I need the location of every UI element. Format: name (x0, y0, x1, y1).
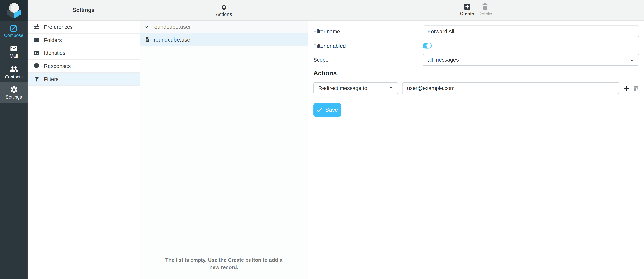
funnel-icon (33, 76, 40, 82)
action-type-select[interactable]: Redirect message to (313, 82, 398, 94)
id-card-icon (33, 49, 40, 56)
create-label: Create (460, 12, 474, 16)
settings-nav-column: Settings Preferences Folders (28, 0, 140, 279)
toggle-knob (426, 43, 431, 48)
compose-icon (10, 24, 18, 32)
task-item-settings[interactable]: Settings (0, 82, 28, 103)
mail-icon (10, 45, 18, 52)
folder-icon (33, 37, 40, 43)
save-button[interactable]: Save (313, 103, 341, 117)
app-logo[interactable] (0, 0, 28, 21)
task-item-label: Compose (4, 33, 24, 38)
delete-button[interactable]: Delete (476, 3, 494, 16)
filter-name-input[interactable] (422, 26, 639, 38)
settings-nav-header: Settings (28, 0, 140, 21)
filter-sets-header: Actions (140, 0, 308, 21)
action-row: Redirect message to (313, 82, 639, 94)
chevron-down-icon (144, 24, 150, 30)
filter-file-row[interactable]: roundcube.user (140, 33, 308, 46)
sliders-icon (33, 24, 40, 30)
nav-item-label: Folders (44, 37, 62, 43)
task-item-label: Settings (6, 95, 22, 99)
nav-item-responses[interactable]: Responses (28, 60, 140, 73)
updown-caret-icon (388, 86, 394, 91)
create-button[interactable]: Create (458, 3, 476, 16)
filter-set-label: roundcube.user (152, 24, 191, 30)
file-icon (145, 37, 150, 42)
plus-icon (623, 85, 630, 91)
trash-icon (482, 3, 489, 10)
nav-item-label: Filters (44, 76, 58, 82)
task-item-label: Contacts (5, 75, 23, 79)
action-type-value: Redirect message to (318, 85, 367, 91)
nav-item-identities[interactable]: Identities (28, 47, 140, 60)
roundcube-settings-window: Compose Mail Contacts (0, 0, 644, 279)
settings-nav-title: Settings (73, 7, 94, 13)
task-item-contacts[interactable]: Contacts (0, 62, 28, 82)
filter-set-row[interactable]: roundcube.user (140, 21, 308, 33)
save-label: Save (326, 107, 338, 113)
scope-select-value: all messages (428, 57, 459, 63)
trash-icon (632, 85, 639, 91)
filter-enabled-label: Filter enabled (313, 43, 422, 49)
form-toolbar: Create Delete (308, 0, 644, 21)
roundcube-logo-icon (5, 2, 23, 19)
filter-sets-column: Actions roundcube.user roundcube.user Th… (140, 0, 308, 279)
add-action-button[interactable] (623, 85, 630, 91)
plus-square-icon (464, 3, 470, 10)
task-menu-items: Compose Mail Contacts (0, 21, 28, 103)
actions-section-heading: Actions (313, 70, 639, 77)
nav-item-filters[interactable]: Filters (28, 73, 140, 86)
filter-name-label: Filter name (313, 29, 422, 35)
filter-file-label: roundcube.user (154, 36, 192, 43)
task-item-label: Mail (10, 54, 18, 58)
speech-bubble-icon (33, 63, 40, 69)
empty-list-message: The list is empty. Use the Create button… (160, 256, 288, 271)
scope-label: Scope (313, 57, 422, 63)
nav-item-folders[interactable]: Folders (28, 34, 140, 47)
check-icon (316, 107, 322, 113)
action-target-input[interactable] (402, 82, 619, 94)
filter-form-column: Create Delete Filter name (308, 0, 644, 279)
scope-select[interactable]: all messages (422, 54, 639, 66)
filter-enabled-toggle[interactable] (422, 43, 432, 49)
contacts-icon (9, 65, 18, 73)
gear-icon (221, 4, 227, 10)
delete-label: Delete (478, 12, 492, 16)
task-item-compose[interactable]: Compose (0, 21, 28, 41)
task-item-mail[interactable]: Mail (0, 41, 28, 62)
filter-sets-title: Actions (216, 11, 232, 17)
settings-gear-icon (10, 86, 18, 94)
nav-item-label: Preferences (44, 24, 73, 30)
remove-action-button[interactable] (632, 85, 639, 91)
nav-item-preferences[interactable]: Preferences (28, 21, 140, 34)
updown-caret-icon (629, 57, 635, 63)
filter-form: Filter name Filter enabled Scope all mes… (308, 21, 644, 117)
nav-item-label: Responses (44, 63, 71, 69)
nav-item-label: Identities (44, 50, 65, 56)
task-menu: Compose Mail Contacts (0, 0, 28, 279)
